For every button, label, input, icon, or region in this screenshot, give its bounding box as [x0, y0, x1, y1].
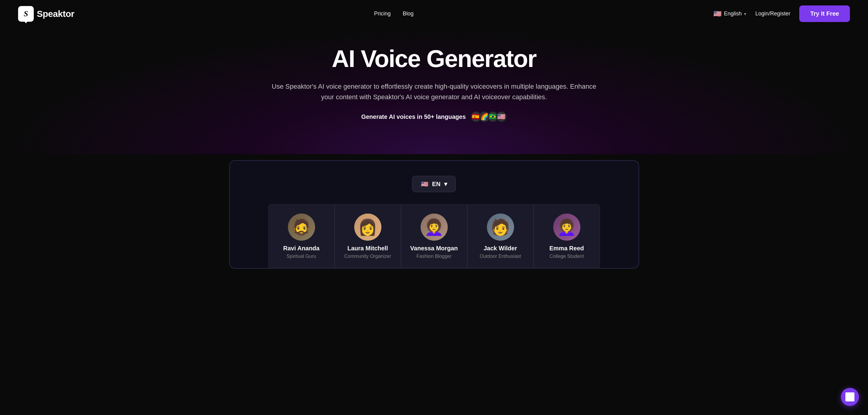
- logo-text: Speaktor: [37, 9, 74, 19]
- voice-card-jack-wilder[interactable]: 🧑Jack WilderOutdoor Enthusiast: [467, 204, 534, 268]
- voice-card-laura-mitchell[interactable]: 👩Laura MitchellCommunity Organizer: [335, 204, 401, 268]
- nav-right: 🇺🇸 English ▾ Login/Register Try It Free: [713, 5, 850, 22]
- avatar-face: 🧔: [288, 213, 315, 241]
- voice-avatar: 🧑: [487, 213, 514, 241]
- flag-us: 🇺🇸: [496, 111, 507, 122]
- try-it-free-button[interactable]: Try It Free: [799, 5, 850, 22]
- logo-s: S: [24, 9, 28, 19]
- chat-bubble[interactable]: [841, 388, 859, 406]
- voice-name: Ravi Ananda: [283, 245, 319, 252]
- voice-name: Laura Mitchell: [347, 245, 388, 252]
- demo-language-button[interactable]: 🇺🇸 EN ▾: [412, 176, 456, 192]
- blog-link[interactable]: Blog: [403, 10, 414, 17]
- voice-avatar: 👩: [354, 213, 381, 241]
- avatar-face: 👩‍🦱: [421, 213, 448, 241]
- demo-screen: 🇺🇸 EN ▾ 🧔Ravi AnandaSpiritual Guru👩Laura…: [229, 160, 639, 269]
- hero-languages: Generate AI voices in 50+ languages 🇪🇸 🌈…: [361, 111, 507, 122]
- hero-languages-text: Generate AI voices in 50+ languages: [361, 113, 466, 120]
- demo-wrapper: 🇺🇸 EN ▾ 🧔Ravi AnandaSpiritual Guru👩Laura…: [0, 160, 868, 269]
- voice-role: Fashion Blogger: [416, 254, 452, 259]
- demo-flag: 🇺🇸: [421, 180, 428, 187]
- voice-role: Outdoor Enthusiast: [480, 254, 521, 259]
- demo-chevron-icon: ▾: [444, 180, 447, 187]
- voices-grid: 🧔Ravi AnandaSpiritual Guru👩Laura Mitchel…: [242, 204, 626, 268]
- avatar-face: 👩: [354, 213, 381, 241]
- hero-title: AI Voice Generator: [332, 46, 536, 72]
- hero-section: AI Voice Generator Use Speaktor's AI voi…: [0, 27, 868, 154]
- voice-role: Community Organizer: [344, 254, 391, 259]
- voice-name: Vanessa Morgan: [410, 245, 458, 252]
- voice-card-ravi-ananda[interactable]: 🧔Ravi AnandaSpiritual Guru: [268, 204, 335, 268]
- avatar-face: 🧑: [487, 213, 514, 241]
- demo-lang-selector: 🇺🇸 EN ▾: [242, 176, 626, 192]
- nav-item-pricing[interactable]: Pricing: [374, 10, 391, 17]
- nav-item-blog[interactable]: Blog: [403, 10, 414, 17]
- voice-avatar: 🧔: [288, 213, 315, 241]
- voice-name: Emma Reed: [549, 245, 584, 252]
- login-register-link[interactable]: Login/Register: [755, 10, 790, 17]
- navbar: S Speaktor Pricing Blog 🇺🇸 English ▾ Log…: [0, 0, 868, 27]
- demo-lang-label: EN: [432, 181, 440, 187]
- voice-avatar: 👩‍🦱: [553, 213, 580, 241]
- logo-icon: S: [18, 6, 34, 22]
- voice-avatar: 👩‍🦱: [421, 213, 448, 241]
- flag-cluster: 🇪🇸 🌈 🇧🇷 🇺🇸: [471, 111, 507, 122]
- voice-card-emma-reed[interactable]: 👩‍🦱Emma ReedCollege Student: [534, 204, 600, 268]
- voice-card-vanessa-morgan[interactable]: 👩‍🦱Vanessa MorganFashion Blogger: [401, 204, 467, 268]
- chevron-down-icon: ▾: [744, 11, 746, 16]
- voice-name: Jack Wilder: [484, 245, 517, 252]
- language-flag: 🇺🇸: [713, 10, 721, 18]
- logo[interactable]: S Speaktor: [18, 6, 74, 22]
- voice-role: Spiritual Guru: [287, 254, 316, 259]
- language-selector[interactable]: 🇺🇸 English ▾: [713, 10, 746, 18]
- nav-links: Pricing Blog: [374, 10, 414, 17]
- hero-description: Use Speaktor's AI voice generator to eff…: [268, 81, 600, 102]
- pricing-link[interactable]: Pricing: [374, 10, 391, 17]
- voice-role: College Student: [550, 254, 584, 259]
- avatar-face: 👩‍🦱: [553, 213, 580, 241]
- chat-icon: [845, 392, 855, 402]
- language-label: English: [724, 10, 742, 17]
